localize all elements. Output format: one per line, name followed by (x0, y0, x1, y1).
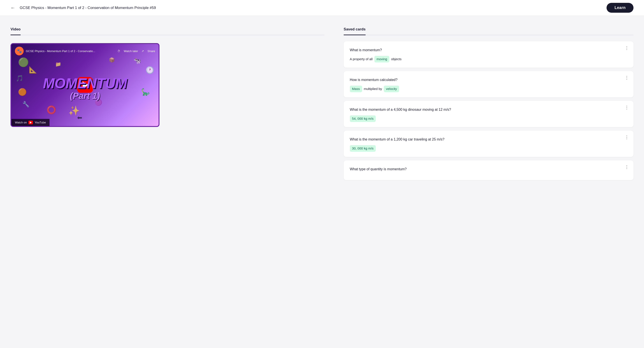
answer-3-highlight-1: 54, 000 kg m/s (350, 115, 376, 122)
card-2: ⋮ How is momentum calculated? Mass multi… (344, 71, 634, 97)
answer-2-highlight-1: Mass (350, 86, 362, 92)
yt-logo-area: 🐾 GCSE Physics - Momentum Part 1 of 2 - … (15, 47, 95, 55)
card-menu-5[interactable]: ⋮ (624, 165, 629, 169)
video-top-right: ⏱ Watch later ↗ Share (118, 49, 155, 53)
share-arrow-icon: ↗ (142, 49, 144, 53)
main-content: Video 🐾 GCSE Physics - Momentum Part 1 o… (0, 16, 644, 348)
left-tabs: Video (10, 24, 324, 35)
card-menu-3[interactable]: ⋮ (624, 105, 629, 110)
card-menu-1[interactable]: ⋮ (624, 46, 629, 50)
deco-dino: 🦕 (141, 88, 150, 96)
deco-box1: 📦 (109, 57, 115, 63)
card-answer-1: A property of all moving objects (350, 56, 627, 62)
answer-1-highlight-1: moving (374, 56, 389, 62)
answer-2-highlight-2: velocity (384, 86, 399, 92)
tab-saved-cards[interactable]: Saved cards (344, 24, 366, 35)
answer-4-highlight-1: 30, 000 kg m/s (350, 145, 376, 152)
video-sub-text: (Part 1) (43, 91, 127, 101)
left-panel: Video 🐾 GCSE Physics - Momentum Part 1 o… (0, 16, 335, 348)
youtube-channel-icon: 🐾 (15, 47, 24, 55)
card-question-5: What type of quantity is momentum? (350, 167, 627, 172)
share-label[interactable]: Share (148, 49, 155, 53)
header: ← GCSE Physics - Momentum Part 1 of 2 - … (0, 0, 644, 16)
video-overlay-top: 🐾 GCSE Physics - Momentum Part 1 of 2 - … (12, 47, 158, 55)
header-left: ← GCSE Physics - Momentum Part 1 of 2 - … (10, 5, 156, 11)
page-title: GCSE Physics - Momentum Part 1 of 2 - Co… (20, 6, 156, 10)
card-question-1: What is momentum? (350, 47, 627, 53)
card-answer-4: 30, 000 kg m/s (350, 145, 627, 152)
video-title-overlay: GCSE Physics - Momentum Part 1 of 2 - Co… (26, 49, 95, 53)
deco-item2: 🎵 (16, 75, 24, 82)
card-question-3: What is the momentum of a 4,500 kg dinos… (350, 107, 627, 112)
deco-arrow: 🟢 (18, 57, 29, 67)
deco-item3: 🟠 (18, 88, 27, 96)
clock-icon: ⏱ (118, 49, 120, 53)
deco-envelope: 📁 (55, 61, 61, 67)
right-tabs: Saved cards (344, 24, 634, 35)
youtube-badge: ▶ (28, 121, 33, 124)
watch-on-youtube[interactable]: Watch on ▶ YouTube (12, 119, 50, 126)
card-question-4: What is the momentum of a 1,200 kg car t… (350, 137, 627, 142)
card-3: ⋮ What is the momentum of a 4,500 kg din… (344, 101, 634, 127)
card-1: ⋮ What is momentum? A property of all mo… (344, 41, 634, 68)
answer-2-text-1: multiplied by (364, 86, 382, 91)
card-4: ⋮ What is the momentum of a 1,200 kg car… (344, 131, 634, 157)
card-question-2: How is momentum calculated? (350, 77, 627, 82)
card-answer-2: Mass multiplied by velocity (350, 86, 627, 92)
card-5: ⋮ What type of quantity is momentum? (344, 160, 634, 180)
deco-item1: 📐 (29, 66, 37, 73)
card-menu-4[interactable]: ⋮ (624, 135, 629, 139)
deco-clock: 🕐 (146, 66, 154, 74)
tab-video[interactable]: Video (10, 24, 20, 35)
video-container[interactable]: 🐾 GCSE Physics - Momentum Part 1 of 2 - … (10, 43, 160, 127)
answer-1-text-2: objects (391, 56, 402, 62)
back-button[interactable]: ← (10, 5, 15, 11)
video-main-text: Momentum (43, 76, 127, 91)
deco-cow: 🐄 (134, 57, 141, 64)
youtube-label: YouTube (34, 121, 46, 124)
watch-on-label: Watch on (15, 121, 27, 124)
card-menu-2[interactable]: ⋮ (624, 75, 629, 80)
right-panel: Saved cards ⋮ What is momentum? A proper… (335, 16, 644, 348)
deco-gun: 🔧 (22, 101, 29, 108)
learn-button[interactable]: Learn (606, 3, 634, 13)
deco-arrow2: ⬅ (77, 114, 82, 121)
card-answer-3: 54, 000 kg m/s (350, 115, 627, 122)
answer-1-text-1: A property of all (350, 56, 372, 62)
deco-circles: ⭕ (46, 105, 56, 114)
video-thumbnail: 🐾 GCSE Physics - Momentum Part 1 of 2 - … (12, 44, 158, 126)
watch-later-label[interactable]: Watch later (124, 49, 138, 53)
